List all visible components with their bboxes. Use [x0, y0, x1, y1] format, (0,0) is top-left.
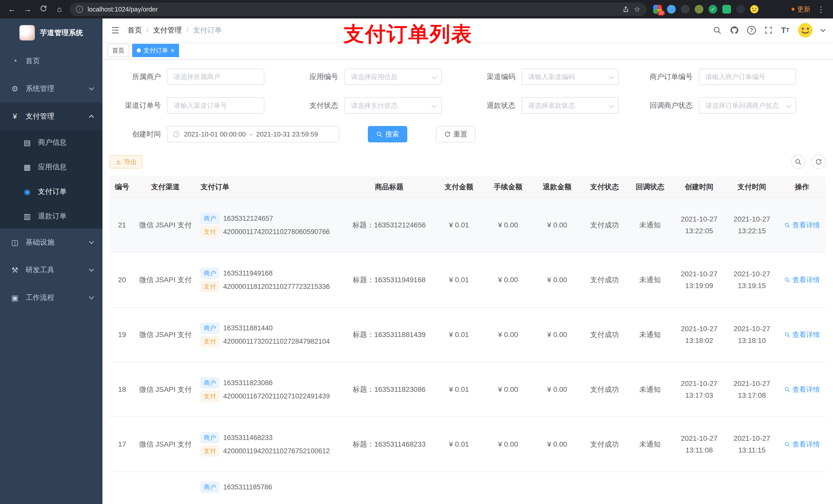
- merchant-order-no: 1635311881440: [223, 324, 272, 332]
- fullscreen-icon[interactable]: [764, 26, 773, 34]
- pay-channel: 微信 JSAPI 支付: [135, 362, 196, 417]
- merchant-order-no-input[interactable]: [699, 69, 796, 85]
- pay-order-cell: 商户 1635311823086 支付 42000011672021102710…: [196, 362, 344, 417]
- breadcrumb: 首页 / 支付管理 / 支付订单: [127, 25, 222, 35]
- created-time: 13:19:09: [675, 280, 723, 292]
- page-content: 所属商户 应用编号 渠道编码 商户订单编号: [102, 59, 833, 504]
- page-info-icon[interactable]: i: [76, 6, 83, 13]
- extension-olive-icon[interactable]: [695, 5, 704, 14]
- card-icon: ▤: [23, 138, 32, 147]
- date-range-separator: -: [250, 130, 252, 138]
- help-icon[interactable]: ?: [747, 26, 756, 34]
- extension-pin-icon[interactable]: [736, 5, 745, 14]
- toggle-search-button[interactable]: [791, 155, 805, 169]
- table-row: 19 微信 JSAPI 支付 商户 1635311881440 支付 42000…: [110, 307, 826, 362]
- extension-check-icon[interactable]: ✓: [709, 5, 717, 14]
- browser-forward-icon[interactable]: →: [22, 5, 33, 14]
- pay-time: 13:19:15: [728, 280, 776, 292]
- browser-reload-icon[interactable]: [38, 5, 49, 14]
- view-detail-link[interactable]: 查看详情: [784, 330, 820, 339]
- sidebar-item-label: 支付订单: [38, 187, 67, 196]
- address-bar[interactable]: i localhost:1024/pay/order ☆: [70, 3, 646, 16]
- browser-back-icon[interactable]: ←: [6, 5, 18, 14]
- sidebar-item-refund-order[interactable]: ▥ 退款订单: [0, 204, 102, 229]
- view-detail-label: 查看详情: [792, 330, 820, 339]
- browser-home-icon[interactable]: ⌂: [54, 5, 65, 14]
- sidebar-item-merchant-info[interactable]: ▤ 商户信息: [0, 130, 102, 155]
- sidebar-item-devtools[interactable]: ⚒ 研发工具: [0, 256, 102, 284]
- search-button[interactable]: 搜索: [368, 126, 407, 142]
- search-icon[interactable]: [713, 26, 721, 34]
- notify-status: 未通知: [627, 417, 673, 472]
- export-button[interactable]: 导出: [110, 155, 142, 169]
- app-input[interactable]: [344, 69, 442, 85]
- merchant-input[interactable]: [167, 69, 264, 85]
- channel-code-input[interactable]: [522, 69, 619, 85]
- sidebar-item-home[interactable]: ◔ 首页: [0, 47, 102, 75]
- chevron-down-icon[interactable]: [820, 27, 826, 32]
- app-logo[interactable]: 芋道管理系统: [0, 19, 102, 47]
- breadcrumb-pay-mgmt[interactable]: 支付管理: [153, 25, 182, 35]
- filter-app-no: 应用编号: [287, 69, 442, 85]
- chrome-menu-icon[interactable]: ⋮: [815, 5, 827, 14]
- view-detail-label: 查看详情: [792, 275, 820, 285]
- extension-mosaic-icon[interactable]: 10: [653, 5, 662, 14]
- view-detail-label: 查看详情: [792, 385, 820, 394]
- pay-order-no: 4200001194202110276752100612: [223, 447, 330, 455]
- sidebar-item-pay-order[interactable]: ◉ 支付订单: [0, 179, 102, 204]
- pay-order-no: 4200001174202110278060590766: [223, 228, 330, 236]
- view-detail-link[interactable]: 查看详情: [784, 220, 820, 230]
- share-icon[interactable]: [622, 6, 629, 13]
- yen-icon: ¥: [10, 112, 20, 121]
- view-detail-link[interactable]: 查看详情: [784, 385, 820, 394]
- view-detail-link[interactable]: 查看详情: [784, 440, 820, 449]
- sidebar-item-workflow[interactable]: ▣ 工作流程: [0, 284, 102, 311]
- reset-button[interactable]: 重置: [436, 126, 475, 142]
- extension-chat-icon[interactable]: [722, 5, 731, 14]
- view-detail-link[interactable]: 查看详情: [784, 275, 820, 285]
- tab-home[interactable]: 首页: [108, 44, 129, 57]
- breadcrumb-home[interactable]: 首页: [127, 25, 142, 35]
- bookmark-star-icon[interactable]: ☆: [634, 5, 640, 14]
- filter-label: 渠道订单号: [110, 101, 167, 111]
- font-size-icon[interactable]: TT: [781, 26, 789, 34]
- url-text[interactable]: localhost:1024/pay/order: [88, 6, 618, 13]
- pay-order-cell: 商户 1635311881440 支付 42000011732021102728…: [196, 307, 344, 362]
- screen: ← → ⌂ i localhost:1024/pay/order ☆ 10 ✓ …: [0, 0, 833, 504]
- dashboard-icon: ◔: [10, 56, 20, 65]
- created-date: 2021-10-27: [675, 378, 723, 389]
- tab-close-icon[interactable]: ×: [171, 47, 174, 54]
- browser-profile-avatar[interactable]: [750, 5, 759, 14]
- order-id: 20: [110, 253, 135, 307]
- refund-status-input[interactable]: [522, 97, 619, 114]
- extension-drop-icon[interactable]: [667, 5, 676, 14]
- date-range-picker[interactable]: 2021-10-01 00:00:00 - 2021-10-31 23:59:5…: [167, 126, 339, 142]
- filter-label: 商户订单编号: [641, 72, 699, 82]
- filter-merchant-order-no: 商户订单编号: [641, 69, 796, 85]
- active-tab-dot: [137, 48, 141, 52]
- sidebar-item-app-info[interactable]: ▦ 应用信息: [0, 155, 102, 179]
- channel-order-no-input[interactable]: [167, 97, 264, 114]
- refresh-table-button[interactable]: [811, 155, 826, 169]
- clock-icon: [173, 130, 180, 138]
- sidebar-item-payment[interactable]: ¥ 支付管理: [0, 102, 102, 130]
- created-time-cell: 2021-10-27 13:17:03: [673, 362, 725, 417]
- extension-badge: 10: [657, 10, 665, 16]
- extension-dark-icon[interactable]: [681, 5, 690, 14]
- pay-status-input[interactable]: [344, 97, 442, 114]
- github-icon[interactable]: [730, 26, 739, 35]
- fee-amount: ¥ 0.00: [484, 253, 533, 307]
- notify-status-input[interactable]: [699, 97, 796, 114]
- sidebar-item-infra[interactable]: ◫ 基础设施: [0, 229, 102, 256]
- product-title: 标题：1635311949168: [344, 253, 434, 307]
- chrome-update-button[interactable]: 更新: [791, 5, 810, 14]
- sidebar-fold-icon[interactable]: [111, 26, 120, 35]
- date-start-value: 2021-10-01 00:00:00: [184, 130, 246, 138]
- tab-pay-order[interactable]: 支付订单 ×: [132, 44, 179, 57]
- filter-row-2: 渠道订单号 支付状态 退款状态 回调商户状态: [110, 97, 826, 114]
- user-avatar[interactable]: [798, 23, 813, 38]
- main-area: 首页 / 支付管理 / 支付订单 ? TT 首页: [102, 19, 833, 504]
- sidebar-item-system[interactable]: ⚙ 系统管理: [0, 75, 102, 102]
- search-button-label: 搜索: [385, 129, 399, 139]
- refund-amount: ¥ 0.00: [532, 362, 582, 417]
